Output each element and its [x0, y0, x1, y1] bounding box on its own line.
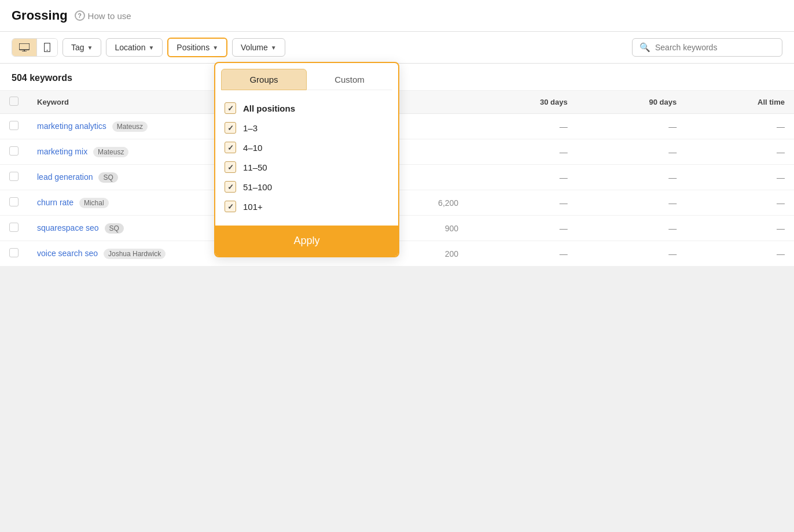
volume-label: Volume: [241, 43, 268, 52]
row-checkbox-0[interactable]: [9, 121, 19, 130]
device-toggle-group: [12, 38, 58, 57]
row-checkbox-4[interactable]: [9, 223, 19, 232]
tag-badge-0: Mateusz: [112, 121, 148, 132]
tag-badge-4: SQ: [105, 223, 124, 234]
check-all-positions[interactable]: All positions: [225, 98, 389, 118]
v90-2: —: [577, 165, 686, 190]
desktop-icon: [19, 43, 30, 51]
search-box: 🔍: [632, 38, 782, 57]
mobile-button[interactable]: [37, 39, 57, 56]
tag-chevron-icon: ▼: [87, 45, 93, 51]
check-11-50[interactable]: 11–50: [225, 157, 389, 177]
checkbox-11-50[interactable]: [225, 161, 236, 173]
header: Grossing ? How to use: [0, 0, 794, 32]
col-alltime: All time: [686, 91, 794, 114]
dropdown-body: All positions 1–3 4–10 11–50 51–100 101+: [215, 90, 398, 226]
keyword-link-4[interactable]: squarespace seo: [37, 223, 99, 232]
mobile-icon: [44, 43, 50, 52]
v30-5: —: [468, 241, 577, 267]
tag-badge-5: Joshua Hardwick: [104, 249, 166, 259]
keyword-link-3[interactable]: churn rate: [37, 198, 73, 207]
select-all-checkbox[interactable]: [9, 97, 19, 106]
label-all-positions: All positions: [243, 104, 295, 113]
vall-0: —: [686, 114, 794, 139]
help-icon: ?: [75, 10, 85, 21]
tag-badge-2: SQ: [98, 172, 117, 183]
positions-filter-button[interactable]: Positions ▼: [167, 38, 227, 57]
how-to-use-label: How to use: [88, 11, 131, 21]
tag-badge-1: Mateusz: [93, 147, 128, 157]
tag-label: Tag: [71, 43, 84, 52]
v30-0: —: [468, 114, 577, 139]
v90-0: —: [577, 114, 686, 139]
search-icon: 🔍: [639, 42, 650, 53]
keyword-link-2[interactable]: lead generation: [37, 172, 93, 182]
label-101-plus: 101+: [243, 202, 263, 212]
volume-chevron-icon: ▼: [271, 45, 277, 51]
v90-4: —: [577, 216, 686, 241]
keyword-link-0[interactable]: marketing analytics: [37, 121, 106, 131]
checkbox-all-positions[interactable]: [225, 102, 236, 114]
desktop-button[interactable]: [12, 39, 37, 56]
row-checkbox-3[interactable]: [9, 197, 19, 206]
vall-5: —: [686, 241, 794, 267]
label-11-50: 11–50: [243, 162, 267, 172]
label-1-3: 1–3: [243, 123, 258, 133]
row-checkbox-2[interactable]: [9, 172, 19, 181]
checkbox-101-plus[interactable]: [225, 201, 236, 212]
positions-dropdown: Groups Custom All positions 1–3 4–10 11–…: [214, 62, 399, 257]
vall-1: —: [686, 139, 794, 165]
v30-3: —: [468, 190, 577, 216]
volume-filter-button[interactable]: Volume ▼: [232, 38, 285, 57]
location-label: Location: [115, 43, 145, 52]
tab-custom[interactable]: Custom: [307, 69, 392, 90]
positions-chevron-icon: ▼: [212, 45, 218, 51]
v90-5: —: [577, 241, 686, 267]
v90-3: —: [577, 190, 686, 216]
search-input[interactable]: [655, 43, 775, 52]
keyword-link-5[interactable]: voice search seo: [37, 249, 98, 258]
check-51-100[interactable]: 51–100: [225, 177, 389, 197]
vall-3: —: [686, 190, 794, 216]
tag-filter-button[interactable]: Tag ▼: [63, 38, 101, 57]
location-filter-button[interactable]: Location ▼: [106, 38, 163, 57]
check-101-plus[interactable]: 101+: [225, 197, 389, 216]
label-4-10: 4–10: [243, 143, 262, 153]
row-checkbox-1[interactable]: [9, 146, 19, 156]
vall-4: —: [686, 216, 794, 241]
location-chevron-icon: ▼: [148, 45, 154, 51]
positions-label: Positions: [177, 43, 209, 52]
label-51-100: 51–100: [243, 182, 272, 192]
checkbox-1-3[interactable]: [225, 122, 236, 134]
tag-badge-3: Michal: [79, 198, 109, 208]
v30-4: —: [468, 216, 577, 241]
svg-rect-0: [19, 43, 30, 50]
col-30days: 30 days: [468, 91, 577, 114]
vall-2: —: [686, 165, 794, 190]
app-title: Grossing: [12, 8, 68, 23]
toolbar: Tag ▼ Location ▼ Positions ▼ Volume ▼ 🔍: [0, 32, 794, 64]
v90-1: —: [577, 139, 686, 165]
checkbox-4-10[interactable]: [225, 142, 236, 153]
svg-point-4: [47, 50, 48, 51]
v30-2: —: [468, 165, 577, 190]
how-to-use-link[interactable]: ? How to use: [75, 10, 131, 21]
check-1-3[interactable]: 1–3: [225, 118, 389, 138]
col-90days: 90 days: [577, 91, 686, 114]
dropdown-tabs: Groups Custom: [215, 63, 398, 90]
keyword-link-1[interactable]: marketing mix: [37, 147, 87, 156]
apply-button[interactable]: Apply: [215, 226, 398, 256]
v30-1: —: [468, 139, 577, 165]
tab-groups[interactable]: Groups: [221, 69, 307, 90]
checkbox-51-100[interactable]: [225, 181, 236, 193]
row-checkbox-5[interactable]: [9, 248, 19, 257]
check-4-10[interactable]: 4–10: [225, 138, 389, 157]
